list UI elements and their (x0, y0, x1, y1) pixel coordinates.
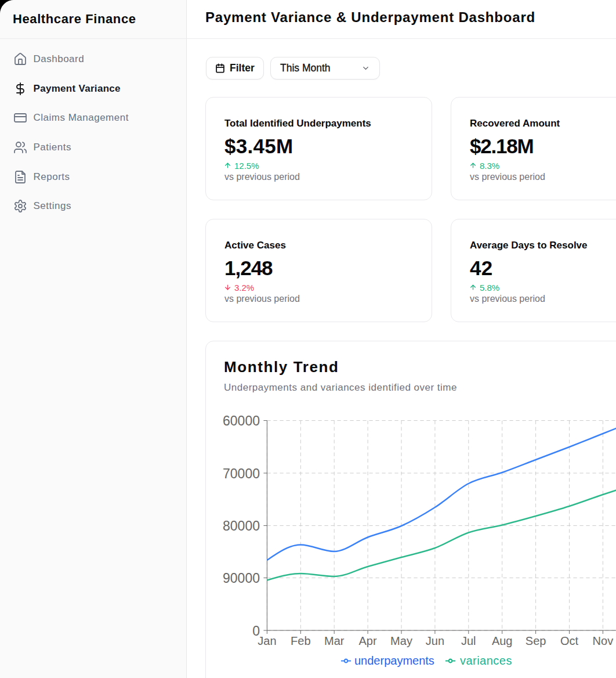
svg-text:Jan: Jan (258, 634, 276, 647)
svg-text:Aug: Aug (492, 634, 513, 647)
svg-text:Apr: Apr (359, 634, 377, 647)
svg-text:Sep: Sep (526, 634, 546, 647)
svg-text:80000: 80000 (223, 518, 260, 533)
svg-text:70000: 70000 (223, 466, 260, 481)
svg-text:Mar: Mar (324, 634, 345, 647)
svg-text:60000: 60000 (223, 413, 260, 428)
svg-text:Feb: Feb (291, 634, 310, 647)
svg-text:Jun: Jun (426, 634, 444, 647)
svg-text:May: May (390, 634, 412, 647)
svg-text:Nov: Nov (593, 634, 614, 647)
svg-text:Jul: Jul (461, 634, 476, 647)
svg-text:Oct: Oct (560, 634, 579, 647)
svg-text:90000: 90000 (223, 571, 260, 586)
